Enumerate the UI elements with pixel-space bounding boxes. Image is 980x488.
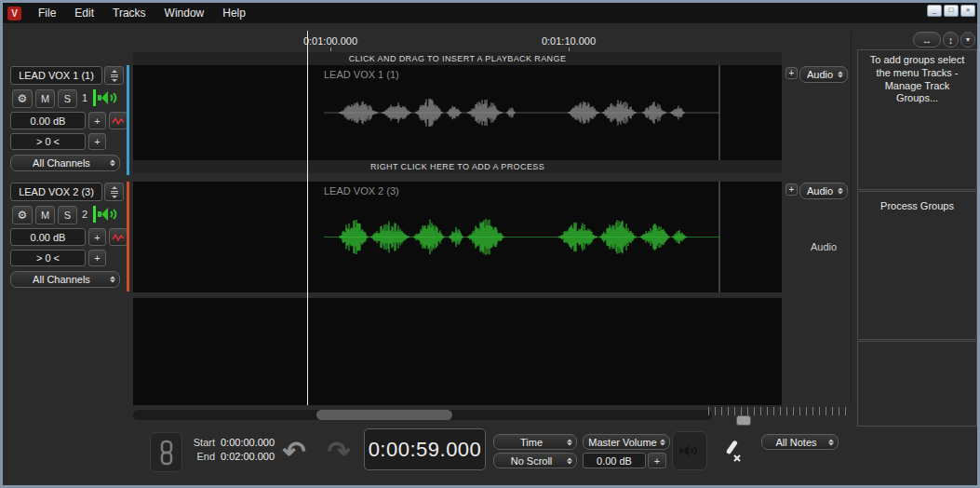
view-options-dropdown-icon[interactable]: ▼ [960,32,975,47]
process-groups-label: Process Groups [858,192,976,211]
track-1-envelope-button[interactable] [109,112,128,129]
track-1-gain-add-button[interactable]: + [88,112,106,129]
track-2-waveform-lane[interactable]: LEAD VOX 2 (3) [133,182,782,292]
horizontal-scrollbar-track[interactable] [133,410,712,420]
zoom-ruler-ticks [708,407,846,415]
undo-button[interactable]: ↶ [276,431,312,470]
track-2-channels-select[interactable]: All Channels [10,271,120,288]
updown-arrows-icon [567,457,572,464]
track-2-gain-field[interactable]: 0.00 dB [10,228,86,246]
gear-icon: ⚙ [18,92,28,105]
scroll-mode-select[interactable]: No Scroll [493,453,577,468]
end-value: 0:02:00.000 [221,451,275,462]
notes-filter-select[interactable]: All Notes [761,434,839,450]
track-1-name[interactable]: LEAD VOX 1 (1) [10,66,102,85]
track-1-speaker-icon[interactable] [98,88,120,107]
track-1-mute-button[interactable]: M [35,89,55,108]
menu-tracks[interactable]: Tracks [103,4,155,22]
updown-arrows-icon [838,188,843,195]
master-volume-label: Master Volume [584,437,669,448]
ruler-tick [569,47,570,51]
track-2-mute-button[interactable]: M [35,206,55,224]
track-2-level-meter [93,206,96,223]
track-1-gain-field[interactable]: 0.00 dB [10,112,86,129]
updown-arrows-icon [660,439,665,445]
track-2-type-select[interactable]: Audio [799,183,848,199]
start-label: Start [185,437,215,448]
track-1-add-type-button[interactable]: + [785,67,798,79]
master-volume-select[interactable]: Master Volume [583,434,670,450]
track-2-add-type-button[interactable]: + [785,183,798,196]
track-1-waveform [133,65,782,160]
minimize-button[interactable]: _ [927,5,942,17]
track-1-solo-button[interactable]: S [58,89,77,108]
updown-arrows-icon [567,439,572,445]
undo-icon: ↶ [282,435,305,468]
track-2-range-add-button[interactable]: + [88,250,106,266]
empty-track-area[interactable] [133,298,782,405]
time-mode-value: Time [494,437,576,448]
track-2-name[interactable]: LEAD VOX 2 (3) [10,183,102,201]
close-button[interactable]: × [960,5,975,17]
app-logo-icon: V [7,7,21,20]
time-display[interactable]: 0:00:59.000 [364,428,486,470]
panel-divider [851,31,852,405]
track-2-settings-button[interactable]: ⚙ [12,206,33,224]
track-groups-panel: To add groups select the menu Tracks - M… [857,49,977,190]
speaker-dark-icon [679,441,700,460]
pen-x-icon [720,439,743,463]
menu-window[interactable]: Window [155,4,214,22]
track-2-range-field[interactable]: > 0 < [10,250,86,266]
zoom-slider-handle[interactable] [736,415,751,426]
updown-arrows-icon [110,277,115,283]
restore-button[interactable]: □ [944,5,959,17]
track-1-level-meter [93,89,96,106]
scroll-mode-value: No Scroll [494,455,576,467]
track-1-range-field[interactable]: > 0 < [10,133,86,150]
track-2-waveform [133,182,782,292]
window-controls: _ □ × [927,5,975,17]
track-1-waveform-lane[interactable]: LEAD VOX 1 (1) [133,65,782,160]
track-1-type-select[interactable]: Audio [799,66,848,83]
fit-vertical-button[interactable]: ↕ [943,32,959,47]
master-volume-field[interactable]: 0.00 dB [583,453,646,468]
monitor-button[interactable] [672,431,707,470]
menu-edit[interactable]: Edit [65,4,103,22]
horizontal-scrollbar-thumb[interactable] [316,410,452,420]
track-2-speaker-icon[interactable] [98,205,120,224]
time-mode-select[interactable]: Time [493,434,577,450]
erase-notes-button[interactable] [713,431,750,470]
menu-help[interactable]: Help [213,4,255,22]
playhead-cursor[interactable] [307,31,308,405]
ruler-label-1: 0:01:00.000 [282,35,379,47]
track-2-envelope-button[interactable] [109,228,128,246]
track-1-accent-strip [127,65,129,175]
master-volume-add-button[interactable]: + [648,453,666,468]
track-1-channels-select[interactable]: All Channels [10,155,120,171]
menu-file[interactable]: File [29,4,65,22]
redo-button[interactable]: ↷ [321,431,356,470]
gear-icon: ⚙ [18,209,28,222]
track-2-group-label: Audio [799,241,848,252]
track-1-range-add-button[interactable]: + [88,133,106,150]
notes-filter-value: All Notes [762,437,838,448]
start-value: 0:00:00.000 [221,437,275,448]
track-1-reorder-handle[interactable] [104,66,124,85]
reorder-icon [109,186,120,198]
track-1-process-hint[interactable]: RIGHT CLICK HERE TO ADD A PROCESS [133,160,782,173]
link-playback-button[interactable] [150,432,182,472]
redo-icon: ↷ [327,435,350,468]
ruler-label-2: 0:01:10.000 [520,35,617,47]
end-label: End [185,451,215,462]
track-2-gain-add-button[interactable]: + [88,228,106,246]
updown-arrows-icon [110,160,115,167]
track-2-solo-button[interactable]: S [58,206,77,224]
track-2-reorder-handle[interactable] [104,183,124,201]
chain-link-icon [159,440,174,466]
extra-groups-panel [857,341,977,427]
track-1-number: 1 [78,92,91,103]
track-1-settings-button[interactable]: ⚙ [12,89,33,108]
playback-range-banner[interactable]: CLICK AND DRAG TO INSERT A PLAYBACK RANG… [133,52,782,65]
app-window: V File Edit Tracks Window Help _ □ × 0:0… [0,0,980,488]
fit-horizontal-button[interactable]: ↔ [913,32,941,47]
